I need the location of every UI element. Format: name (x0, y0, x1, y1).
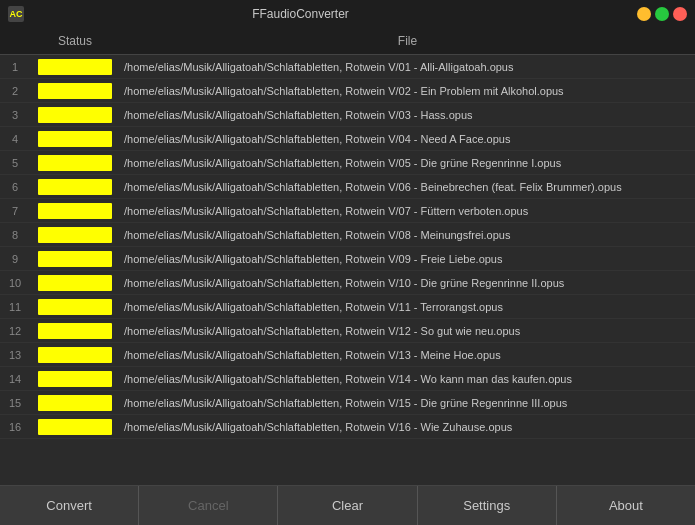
convert-button[interactable]: Convert (0, 486, 139, 525)
row-file-path: /home/elias/Musik/Alligatoah/Schlaftable… (120, 323, 695, 339)
window-controls (637, 7, 687, 21)
row-status-cell (30, 152, 120, 174)
row-status-cell (30, 392, 120, 414)
row-file-path: /home/elias/Musik/Alligatoah/Schlaftable… (120, 419, 695, 435)
about-button[interactable]: About (557, 486, 695, 525)
row-status-cell (30, 200, 120, 222)
table-row[interactable]: 15/home/elias/Musik/Alligatoah/Schlaftab… (0, 391, 695, 415)
row-number: 5 (0, 155, 30, 171)
row-status-cell (30, 272, 120, 294)
status-bar (38, 299, 112, 315)
row-status-cell (30, 56, 120, 78)
table-row[interactable]: 12/home/elias/Musik/Alligatoah/Schlaftab… (0, 319, 695, 343)
row-number: 14 (0, 371, 30, 387)
row-number: 1 (0, 59, 30, 75)
table-row[interactable]: 2/home/elias/Musik/Alligatoah/Schlaftabl… (0, 79, 695, 103)
table-row[interactable]: 16/home/elias/Musik/Alligatoah/Schlaftab… (0, 415, 695, 439)
status-bar (38, 395, 112, 411)
row-status-cell (30, 104, 120, 126)
row-number: 4 (0, 131, 30, 147)
row-status-cell (30, 176, 120, 198)
table-header: Status File (0, 28, 695, 55)
row-status-cell (30, 80, 120, 102)
table-row[interactable]: 6/home/elias/Musik/Alligatoah/Schlaftabl… (0, 175, 695, 199)
row-number: 3 (0, 107, 30, 123)
col-file-header: File (120, 32, 695, 50)
status-bar (38, 203, 112, 219)
table-row[interactable]: 1/home/elias/Musik/Alligatoah/Schlaftabl… (0, 55, 695, 79)
status-bar (38, 251, 112, 267)
row-file-path: /home/elias/Musik/Alligatoah/Schlaftable… (120, 179, 695, 195)
row-status-cell (30, 368, 120, 390)
row-number: 2 (0, 83, 30, 99)
status-bar (38, 323, 112, 339)
col-status-header: Status (30, 32, 120, 50)
table-row[interactable]: 11/home/elias/Musik/Alligatoah/Schlaftab… (0, 295, 695, 319)
title-bar: AC FFaudioConverter (0, 0, 695, 28)
status-bar (38, 59, 112, 75)
row-number: 11 (0, 299, 30, 315)
close-button[interactable] (673, 7, 687, 21)
status-bar (38, 227, 112, 243)
table-row[interactable]: 4/home/elias/Musik/Alligatoah/Schlaftabl… (0, 127, 695, 151)
row-number: 6 (0, 179, 30, 195)
row-number: 10 (0, 275, 30, 291)
main-window: AC FFaudioConverter Status File 1/home/e… (0, 0, 695, 525)
status-bar (38, 419, 112, 435)
status-bar (38, 83, 112, 99)
row-status-cell (30, 128, 120, 150)
row-number: 7 (0, 203, 30, 219)
table-row[interactable]: 5/home/elias/Musik/Alligatoah/Schlaftabl… (0, 151, 695, 175)
row-file-path: /home/elias/Musik/Alligatoah/Schlaftable… (120, 371, 695, 387)
app-icon: AC (8, 6, 24, 22)
row-status-cell (30, 344, 120, 366)
status-bar (38, 347, 112, 363)
row-file-path: /home/elias/Musik/Alligatoah/Schlaftable… (120, 131, 695, 147)
cancel-button[interactable]: Cancel (139, 486, 278, 525)
row-file-path: /home/elias/Musik/Alligatoah/Schlaftable… (120, 227, 695, 243)
row-number: 13 (0, 347, 30, 363)
col-num-header (0, 32, 30, 50)
table-row[interactable]: 14/home/elias/Musik/Alligatoah/Schlaftab… (0, 367, 695, 391)
row-number: 12 (0, 323, 30, 339)
settings-button[interactable]: Settings (418, 486, 557, 525)
row-file-path: /home/elias/Musik/Alligatoah/Schlaftable… (120, 275, 695, 291)
maximize-button[interactable] (655, 7, 669, 21)
status-bar (38, 275, 112, 291)
row-file-path: /home/elias/Musik/Alligatoah/Schlaftable… (120, 59, 695, 75)
status-bar (38, 107, 112, 123)
row-number: 8 (0, 227, 30, 243)
table-row[interactable]: 8/home/elias/Musik/Alligatoah/Schlaftabl… (0, 223, 695, 247)
row-file-path: /home/elias/Musik/Alligatoah/Schlaftable… (120, 347, 695, 363)
table-row[interactable]: 9/home/elias/Musik/Alligatoah/Schlaftabl… (0, 247, 695, 271)
row-status-cell (30, 416, 120, 438)
table-row[interactable]: 13/home/elias/Musik/Alligatoah/Schlaftab… (0, 343, 695, 367)
row-file-path: /home/elias/Musik/Alligatoah/Schlaftable… (120, 83, 695, 99)
table-row[interactable]: 7/home/elias/Musik/Alligatoah/Schlaftabl… (0, 199, 695, 223)
row-number: 16 (0, 419, 30, 435)
row-status-cell (30, 248, 120, 270)
row-file-path: /home/elias/Musik/Alligatoah/Schlaftable… (120, 395, 695, 411)
row-number: 15 (0, 395, 30, 411)
status-bar (38, 155, 112, 171)
row-number: 9 (0, 251, 30, 267)
clear-button[interactable]: Clear (278, 486, 417, 525)
row-file-path: /home/elias/Musik/Alligatoah/Schlaftable… (120, 107, 695, 123)
status-bar (38, 371, 112, 387)
window-title: FFaudioConverter (24, 7, 577, 21)
row-status-cell (30, 320, 120, 342)
row-file-path: /home/elias/Musik/Alligatoah/Schlaftable… (120, 251, 695, 267)
bottom-toolbar: Convert Cancel Clear Settings About (0, 485, 695, 525)
row-status-cell (30, 224, 120, 246)
table-row[interactable]: 10/home/elias/Musik/Alligatoah/Schlaftab… (0, 271, 695, 295)
file-table: 1/home/elias/Musik/Alligatoah/Schlaftabl… (0, 55, 695, 485)
status-bar (38, 179, 112, 195)
title-bar-left: AC (8, 6, 24, 22)
minimize-button[interactable] (637, 7, 651, 21)
table-row[interactable]: 3/home/elias/Musik/Alligatoah/Schlaftabl… (0, 103, 695, 127)
row-status-cell (30, 296, 120, 318)
row-file-path: /home/elias/Musik/Alligatoah/Schlaftable… (120, 155, 695, 171)
status-bar (38, 131, 112, 147)
row-file-path: /home/elias/Musik/Alligatoah/Schlaftable… (120, 203, 695, 219)
row-file-path: /home/elias/Musik/Alligatoah/Schlaftable… (120, 299, 695, 315)
